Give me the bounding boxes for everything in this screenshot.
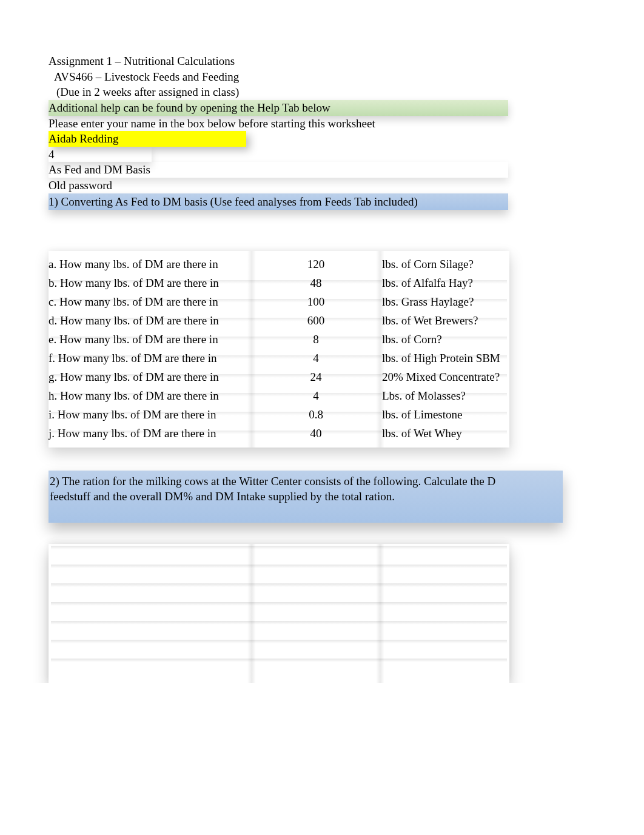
q2-row [49,623,509,642]
q2-prompt: 2) The ration for the milking cows at th… [49,471,563,522]
q2-prompt-line2: feedstuff and the overall DM% and DM Int… [50,489,562,505]
q2-cell[interactable] [252,642,380,660]
help-note-row: Additional help can be found by opening … [49,100,508,116]
q2-cell[interactable] [252,548,380,566]
q1-row-unit: lbs. of Wet Whey [380,427,509,440]
q2-cell[interactable] [252,566,380,585]
q1-row-label: f. How many lbs. of DM are there in [49,352,252,365]
as-fed-dm-label: As Fed and DM Basis [49,162,508,178]
q2-cell[interactable] [49,660,252,679]
q1-row-value[interactable]: 4 [252,389,380,403]
q1-table: a. How many lbs. of DM are there in 120 … [49,251,509,448]
q1-row-value[interactable]: 600 [252,314,380,327]
q2-row [49,548,509,566]
q2-cell[interactable] [380,642,509,660]
old-password-label: Old password [49,178,644,193]
student-name-input[interactable]: Aidab Redding [49,131,246,147]
q2-row [49,660,509,679]
q2-row [49,585,509,604]
q2-cell[interactable] [252,660,380,679]
q1-row-unit: lbs. of High Protein SBM [380,352,509,365]
q2-cell[interactable] [380,585,509,604]
q2-cell[interactable] [252,623,380,642]
q2-cell[interactable] [49,604,252,623]
q2-cell[interactable] [252,604,380,623]
q2-cell[interactable] [380,548,509,566]
q1-row: j. How many lbs. of DM are there in 40 l… [49,424,509,443]
assignment-title: Assignment 1 – Nutritional Calculations [49,53,644,69]
q2-row [49,642,509,660]
q1-row-label: b. How many lbs. of DM are there in [49,277,252,290]
q1-row: e. How many lbs. of DM are there in 8 lb… [49,330,509,349]
q1-row-unit: lbs. of Corn? [380,333,509,346]
q1-row-unit: lbs. Grass Haylage? [380,295,509,309]
q1-row-unit: lbs. of Alfalfa Hay? [380,277,509,290]
q1-row-unit: 20% Mixed Concentrate? [380,371,509,384]
q1-row-label: c. How many lbs. of DM are there in [49,295,252,309]
q2-cell[interactable] [49,566,252,585]
q1-row-unit: lbs. of Limestone [380,408,509,421]
name-prompt: Please enter your name in the box below … [49,116,644,132]
q2-cell[interactable] [49,548,252,566]
q1-row-value[interactable]: 8 [252,333,380,346]
q1-row-value[interactable]: 4 [252,352,380,365]
q2-cell[interactable] [380,623,509,642]
q2-row [49,566,509,585]
q1-row-value[interactable]: 40 [252,427,380,440]
q1-row-value[interactable]: 48 [252,277,380,290]
q1-row-unit: lbs. of Corn Silage? [380,258,509,271]
q1-row: i. How many lbs. of DM are there in 0.8 … [49,405,509,424]
q1-prompt: 1) Converting As Fed to DM basis (Use fe… [49,193,508,210]
q2-row [49,604,509,623]
q1-row-value[interactable]: 120 [252,258,380,271]
q2-cell[interactable] [252,585,380,604]
course-line: AVS466 – Livestock Feeds and Feeding [49,69,644,85]
number-cell: 4 [49,147,152,163]
q1-row: f. How many lbs. of DM are there in 4 lb… [49,349,509,367]
due-line: (Due in 2 weeks after assigned in class) [49,84,644,100]
q2-table [49,544,509,683]
q1-row-unit: Lbs. of Molasses? [380,389,509,403]
q1-row-label: j. How many lbs. of DM are there in [49,427,252,440]
q2-cell[interactable] [49,585,252,604]
q1-row: b. How many lbs. of DM are there in 48 l… [49,273,509,292]
q1-row-unit: lbs. of Wet Brewers? [380,314,509,327]
q1-row-label: d. How many lbs. of DM are there in [49,314,252,327]
q1-row-label: g. How many lbs. of DM are there in [49,371,252,384]
q1-row-value[interactable]: 100 [252,295,380,309]
q2-cell[interactable] [380,660,509,679]
q1-row: h. How many lbs. of DM are there in 4 Lb… [49,386,509,405]
q1-row-label: e. How many lbs. of DM are there in [49,333,252,346]
q1-row-label: i. How many lbs. of DM are there in [49,408,252,421]
q2-cell[interactable] [49,623,252,642]
q2-cell[interactable] [380,566,509,585]
q1-row-value[interactable]: 0.8 [252,408,380,421]
q1-row: a. How many lbs. of DM are there in 120 … [49,255,509,273]
q1-row: d. How many lbs. of DM are there in 600 … [49,311,509,330]
q1-row-label: h. How many lbs. of DM are there in [49,389,252,403]
q1-row-value[interactable]: 24 [252,371,380,384]
q2-prompt-line1: 2) The ration for the milking cows at th… [50,474,562,489]
q1-row-label: a. How many lbs. of DM are there in [49,258,252,271]
q1-row: c. How many lbs. of DM are there in 100 … [49,292,509,311]
q2-cell[interactable] [49,642,252,660]
q2-cell[interactable] [380,604,509,623]
q1-row: g. How many lbs. of DM are there in 24 2… [49,367,509,386]
